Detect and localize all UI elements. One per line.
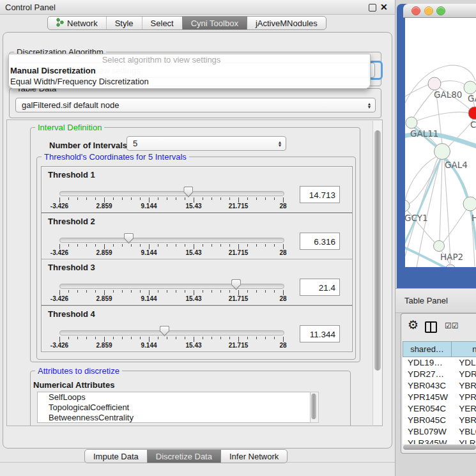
threshold-slider-track[interactable] xyxy=(59,238,284,243)
network-view[interactable]: GAL80GACGAL11GAL4GCY1HHAP2 xyxy=(405,18,476,267)
float-window-icon[interactable] xyxy=(369,4,376,12)
threshold-value-field[interactable]: 14.713 xyxy=(300,186,340,203)
network-edge[interactable] xyxy=(405,158,441,243)
tick-mark xyxy=(203,337,203,339)
network-edge[interactable] xyxy=(413,89,434,118)
tick-mark xyxy=(256,197,257,200)
minimize-traffic-light-icon[interactable] xyxy=(424,6,433,15)
tab-network[interactable]: Network xyxy=(48,17,106,29)
table-cell[interactable]: YPR145W xyxy=(403,392,450,403)
tick-mark xyxy=(265,290,266,293)
network-edge[interactable] xyxy=(440,159,442,241)
thresholds-coordinates-title: Threshold's Coordinates for 5 Intervals xyxy=(42,152,189,162)
popup-item-equal-width-frequency[interactable]: Equal Width/Frequency Discretization xyxy=(9,76,370,87)
tick-mark xyxy=(220,337,221,339)
gear-icon[interactable]: ⚙ xyxy=(408,318,418,332)
table-cell[interactable]: YLR345W xyxy=(403,438,450,444)
threshold-slider-track[interactable] xyxy=(59,330,284,335)
table-cell[interactable]: YDR27… xyxy=(403,369,450,380)
table-row[interactable]: YBR043CYBR0 xyxy=(403,380,476,392)
network-node[interactable] xyxy=(434,144,450,160)
network-node[interactable] xyxy=(406,117,417,128)
table-row[interactable]: YDL19…YDL1 xyxy=(403,357,476,369)
table-row[interactable]: YBR045CYBR0 xyxy=(403,415,476,426)
table-cell[interactable]: YBL0 xyxy=(450,426,476,438)
table-row[interactable]: YLR345WYLR3 xyxy=(403,438,476,444)
threshold-slider-track[interactable] xyxy=(59,191,284,196)
threshold-panel: Threshold 1-3.4262.8599.14415.4321.71528… xyxy=(41,166,353,213)
table-cell[interactable]: YDL19… xyxy=(403,357,450,369)
table-row[interactable]: YER054CYER0 xyxy=(403,403,476,415)
tick-mark xyxy=(59,337,60,342)
network-window: GAL80GACGAL11GAL4GCY1HHAP2 xyxy=(397,4,476,288)
tab-jactivemnodules[interactable]: jActiveMNodules xyxy=(247,17,326,29)
table-cell[interactable]: YBR0 xyxy=(450,415,476,426)
threshold-value-field[interactable]: 21.4 xyxy=(300,279,340,296)
scrollbar-thumb[interactable] xyxy=(311,394,316,419)
tick-mark xyxy=(220,290,221,293)
table-column-header[interactable]: shared… xyxy=(403,341,452,357)
tick-mark xyxy=(59,244,60,249)
table-cell[interactable]: YBR043C xyxy=(403,380,450,392)
table-cell[interactable]: YDL1 xyxy=(450,357,476,369)
table-cell[interactable]: YLR3 xyxy=(450,438,476,444)
network-node[interactable] xyxy=(464,81,476,94)
attribute-list-item[interactable]: TopologicalCoefficient xyxy=(38,403,310,413)
network-node[interactable] xyxy=(463,197,476,211)
tab-select[interactable]: Select xyxy=(142,17,182,29)
network-node[interactable] xyxy=(405,200,410,211)
network-edge[interactable] xyxy=(417,112,470,121)
table-cell[interactable]: YBR045C xyxy=(403,415,450,426)
table-data-combobox[interactable]: galFiltered.sif default node ▲▼ xyxy=(15,98,376,112)
select-columns-icon[interactable]: ☑☑ xyxy=(445,321,459,330)
tab-discretize-data[interactable]: Discretize Data xyxy=(147,450,220,463)
combo-stepper-icon[interactable]: ▲▼ xyxy=(274,141,286,147)
network-edge[interactable] xyxy=(405,84,431,96)
network-edge[interactable] xyxy=(444,159,450,264)
tick-mark xyxy=(95,244,96,247)
tab-style[interactable]: Style xyxy=(106,17,142,29)
popup-item-manual-discretization[interactable]: Manual Discretization xyxy=(9,65,370,76)
table-column-header[interactable]: na xyxy=(452,341,476,357)
network-node[interactable] xyxy=(434,241,445,252)
table-cell[interactable]: YER054C xyxy=(403,403,450,415)
table-cell[interactable]: YBR0 xyxy=(450,380,476,392)
network-graph[interactable]: GAL80GACGAL11GAL4GCY1HHAP2 xyxy=(405,18,476,267)
table-row[interactable]: YDR27…YDR2 xyxy=(403,369,476,380)
table-horizontal-scrollbar[interactable] xyxy=(403,444,476,450)
tick-label: 2.859 xyxy=(96,203,112,210)
table-cell[interactable]: YPR1 xyxy=(450,392,476,403)
threshold-value-field[interactable]: 6.316 xyxy=(300,233,340,250)
scrollbar-thumb[interactable] xyxy=(403,445,476,450)
scrollbar-thumb[interactable] xyxy=(374,130,381,371)
table-row[interactable]: YPR145WYPR1 xyxy=(403,392,476,403)
network-node[interactable] xyxy=(428,77,441,90)
close-icon[interactable]: ✕ xyxy=(380,2,388,12)
popup-item-placeholder[interactable]: Select algorithm to view settings xyxy=(9,54,370,65)
tab-infer-network[interactable]: Infer Network xyxy=(220,450,287,463)
attribute-list-item[interactable]: SelfLoops xyxy=(38,392,310,403)
close-traffic-light-icon[interactable] xyxy=(411,6,420,15)
threshold-value-field[interactable]: 11.344 xyxy=(300,325,340,342)
network-edge[interactable] xyxy=(440,81,464,84)
network-node[interactable] xyxy=(445,265,456,267)
network-edge[interactable] xyxy=(443,210,466,243)
attribute-list-item[interactable]: BetweennessCentrality xyxy=(38,413,310,423)
threshold-panel: Threshold 4-3.4262.8599.14415.4321.71528… xyxy=(41,305,353,352)
table-row[interactable]: YBL079WYBL0 xyxy=(403,426,476,438)
table-cell[interactable]: YER0 xyxy=(450,403,476,415)
tab-impute-data[interactable]: Impute Data xyxy=(85,450,147,463)
threshold-slider-track[interactable] xyxy=(59,284,284,289)
column-layout-icon[interactable] xyxy=(425,321,437,333)
attributes-list-scrollbar[interactable] xyxy=(310,392,319,423)
number-of-intervals-combobox[interactable]: 5 ▲▼ xyxy=(127,136,286,151)
combo-stepper-icon[interactable]: ▲▼ xyxy=(364,102,375,109)
tab-cyni-toolbox[interactable]: Cyni Toolbox xyxy=(182,17,247,29)
table-cell[interactable]: YDR2 xyxy=(450,369,476,380)
main-vertical-scrollbar[interactable] xyxy=(372,121,382,425)
zoom-traffic-light-icon[interactable] xyxy=(436,6,445,15)
table-cell[interactable]: YBL079W xyxy=(403,426,450,438)
tick-mark xyxy=(176,197,176,200)
network-node-label: H xyxy=(472,213,476,223)
tick-mark xyxy=(283,337,284,342)
